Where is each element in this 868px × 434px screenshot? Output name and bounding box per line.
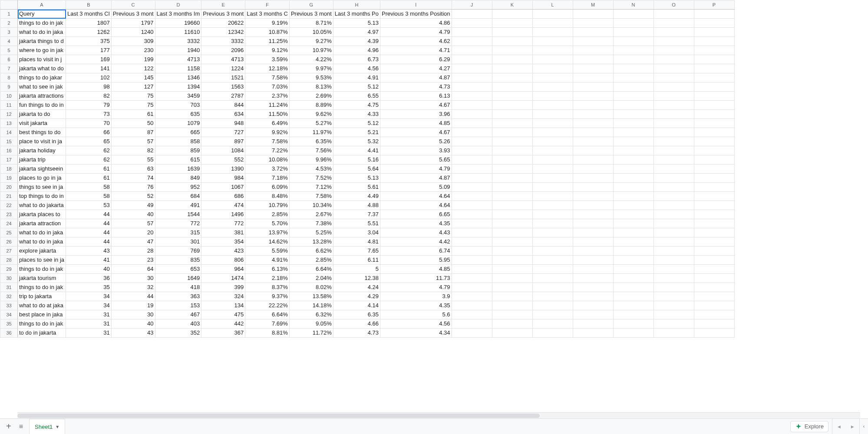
cell[interactable]: things to do in jak (18, 265, 66, 274)
cell[interactable] (694, 55, 734, 64)
cell[interactable] (452, 146, 492, 155)
cell[interactable]: 3332 (155, 37, 201, 46)
cell[interactable] (452, 10, 492, 19)
cell[interactable] (694, 73, 734, 82)
cell[interactable] (613, 292, 653, 301)
row-header[interactable]: 29 (0, 265, 18, 274)
cell[interactable]: 64 (111, 265, 155, 274)
cell[interactable] (613, 128, 653, 137)
cell[interactable] (573, 119, 613, 128)
cell[interactable] (573, 183, 613, 192)
cell[interactable]: 4.34 (380, 329, 452, 338)
cell[interactable]: 58 (66, 183, 112, 192)
cell[interactable] (532, 310, 573, 319)
cell[interactable] (653, 155, 694, 164)
cell[interactable]: 65 (66, 137, 112, 146)
cell[interactable]: 50 (111, 119, 155, 128)
cell[interactable]: best place in jaka (18, 310, 66, 319)
row-header[interactable]: 10 (0, 92, 18, 101)
cell[interactable]: 6.35% (289, 137, 333, 146)
cell[interactable]: 98 (66, 82, 112, 92)
cell[interactable]: 8.89% (289, 101, 333, 110)
cell[interactable]: things to do in jak (18, 283, 66, 292)
column-header[interactable]: M (573, 0, 613, 10)
cell[interactable]: 4.85 (380, 265, 452, 274)
cell[interactable]: 5.61 (333, 183, 380, 192)
cell[interactable] (492, 64, 532, 73)
cell[interactable] (653, 92, 694, 101)
cell[interactable]: 467 (155, 310, 201, 319)
cell[interactable] (532, 119, 573, 128)
cell[interactable] (613, 101, 653, 110)
cell[interactable] (653, 10, 694, 19)
cell[interactable]: 12.38 (333, 274, 380, 283)
cell[interactable]: 686 (201, 192, 245, 201)
cell[interactable] (492, 265, 532, 274)
column-header[interactable]: P (694, 0, 734, 10)
cell[interactable] (452, 219, 492, 228)
cell[interactable]: 1474 (201, 274, 245, 283)
cell[interactable]: 727 (201, 128, 245, 137)
cell[interactable] (694, 228, 734, 237)
cell[interactable] (694, 101, 734, 110)
cell[interactable] (613, 247, 653, 256)
cell[interactable] (653, 310, 694, 319)
row-header[interactable]: 34 (0, 310, 18, 319)
cell[interactable]: 1067 (201, 183, 245, 192)
cell[interactable] (532, 329, 573, 338)
column-header[interactable]: A (18, 0, 66, 10)
cell[interactable] (452, 92, 492, 101)
cell[interactable]: 858 (155, 137, 201, 146)
cell[interactable] (694, 201, 734, 210)
cell[interactable]: 4.79 (380, 28, 452, 37)
cell[interactable]: 859 (155, 146, 201, 155)
cell[interactable]: 61 (66, 164, 112, 174)
cell[interactable]: 6.49% (245, 119, 290, 128)
cell[interactable] (573, 192, 613, 201)
cell[interactable]: 423 (201, 247, 245, 256)
cell[interactable]: 984 (201, 174, 245, 183)
cell[interactable] (613, 183, 653, 192)
cell[interactable]: place to visit in ja (18, 137, 66, 146)
cell[interactable]: 76 (111, 183, 155, 192)
cell[interactable] (573, 283, 613, 292)
cell[interactable] (573, 256, 613, 265)
cell[interactable]: 8.71% (289, 19, 333, 28)
cell[interactable] (452, 274, 492, 283)
cell[interactable]: 102 (66, 73, 112, 82)
cell[interactable]: 1639 (155, 164, 201, 174)
all-sheets-button[interactable]: ≡ (19, 423, 23, 431)
row-header[interactable]: 16 (0, 146, 18, 155)
cell[interactable]: 6.73 (333, 55, 380, 64)
cell[interactable] (452, 110, 492, 119)
cell[interactable]: 1563 (201, 82, 245, 92)
cell[interactable]: 4.97 (333, 28, 380, 37)
cell[interactable]: 5.6 (380, 310, 452, 319)
cell[interactable]: 4.64 (380, 201, 452, 210)
cell[interactable]: 40 (111, 210, 155, 219)
cell[interactable] (532, 19, 573, 28)
cell[interactable]: 122 (111, 64, 155, 73)
cell[interactable] (653, 37, 694, 46)
cell[interactable]: 7.69% (245, 319, 290, 329)
cell[interactable]: Previous 3 mont (201, 10, 245, 19)
cell[interactable]: 74 (111, 174, 155, 183)
cell[interactable] (532, 128, 573, 137)
cell[interactable] (694, 174, 734, 183)
cell[interactable] (532, 110, 573, 119)
select-all-corner[interactable] (0, 0, 18, 10)
row-header[interactable]: 9 (0, 82, 18, 92)
cell[interactable] (452, 319, 492, 329)
cell[interactable]: 309 (111, 37, 155, 46)
cell[interactable]: 11.25% (245, 37, 290, 46)
cell[interactable]: 62 (66, 155, 112, 164)
cell[interactable] (613, 201, 653, 210)
cell[interactable]: 418 (155, 283, 201, 292)
cell[interactable] (694, 210, 734, 219)
cell[interactable]: jakarta things to d (18, 37, 66, 46)
cell[interactable]: 703 (155, 101, 201, 110)
cell[interactable]: 6.32% (289, 310, 333, 319)
cell[interactable]: 20 (111, 228, 155, 237)
row-header[interactable]: 23 (0, 210, 18, 219)
cell[interactable]: 4.81 (333, 237, 380, 247)
